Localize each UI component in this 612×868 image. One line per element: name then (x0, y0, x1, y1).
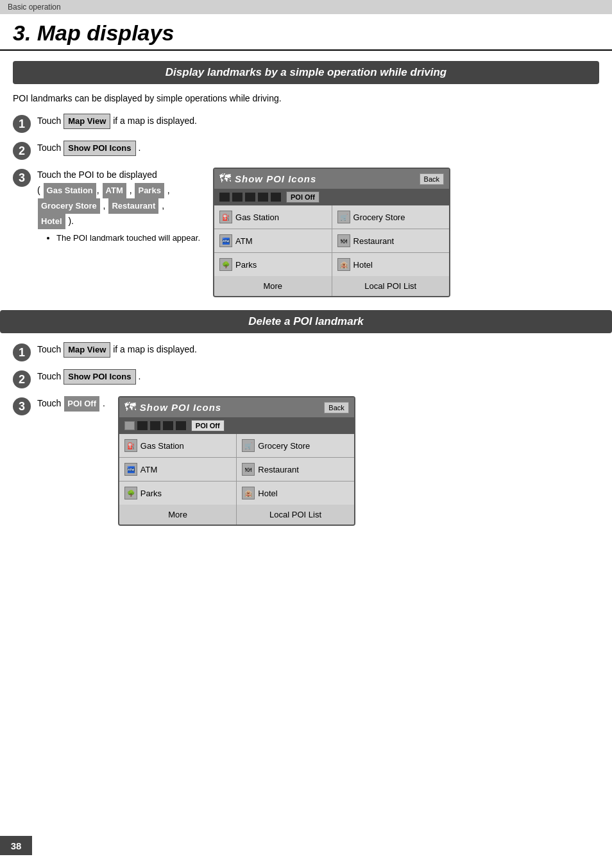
cell-label-gas-1: Gas Station (235, 213, 279, 222)
step3-bullet: The POI landmark touched will appear. (56, 233, 200, 243)
show-poi-btn-1[interactable]: Show POI Icons (64, 141, 135, 156)
step3-bullet-item: The POI landmark touched will appear. (56, 233, 200, 243)
cell-atm-1[interactable]: 🏧 ATM (214, 229, 332, 252)
cell-label-hotel-1: Hotel (353, 260, 373, 270)
step1-text: Touch Map View if a map is displayed. (37, 114, 599, 129)
step3-main-text: Touch the POI to be displayed ( Gas Stat… (37, 168, 200, 229)
step1-badge: 1 (13, 115, 31, 133)
poi-atm[interactable]: ATM (103, 183, 126, 198)
cell-label-hotel-2: Hotel (258, 489, 277, 498)
cell-gas-station-1[interactable]: ⛽ Gas Station (214, 205, 332, 229)
step3-description: Touch the POI to be displayed ( Gas Stat… (37, 168, 200, 243)
sec2-step1-badge: 1 (13, 343, 31, 361)
cell-icon-restaurant-1: 🍽 (337, 234, 350, 247)
cell-parks-2[interactable]: 🌳 Parks (119, 482, 237, 505)
poi-off-inactive-1[interactable]: POI Off (286, 191, 319, 203)
screen-indicator-row-2: POI Off (119, 417, 354, 434)
cell-parks-1[interactable]: 🌳 Parks (214, 253, 332, 276)
cell-icon-gas-1: ⛽ (219, 211, 232, 223)
local-poi-list-btn-2[interactable]: Local POI List (237, 505, 354, 525)
cell-icon-restaurant-2: 🍽 (242, 463, 255, 476)
cell-label-parks-2: Parks (140, 489, 162, 498)
map-view-btn-1[interactable]: Map View (64, 114, 110, 129)
sec2-step1-text: Touch Map View if a map is displayed. (37, 342, 599, 358)
screen-grid-2: ⛽ Gas Station 🛒 Grocery Store 🏧 ATM 🍽 Re… (119, 434, 354, 505)
sec2-step3-badge: 3 (13, 397, 31, 415)
top-bar: Basic operation (0, 0, 612, 14)
section2-banner: Delete a POI landmark (0, 310, 612, 333)
cell-label-grocery-1: Grocery Store (353, 213, 405, 222)
cell-label-atm-2: ATM (140, 465, 157, 474)
cell-atm-2[interactable]: 🏧 ATM (119, 458, 237, 481)
ind-2-1 (124, 421, 135, 430)
sec2-step2-row: 2 Touch Show POI Icons . (13, 369, 599, 388)
poi-off-label[interactable]: POI Off (64, 396, 99, 412)
ind-1-2 (232, 193, 242, 202)
screen-title-text-2: Show POI Icons (140, 402, 321, 413)
map-view-btn-2[interactable]: Map View (64, 342, 110, 358)
cell-gas-station-2[interactable]: ⛽ Gas Station (119, 434, 237, 457)
cell-restaurant-2[interactable]: 🍽 Restaurant (237, 458, 354, 481)
section1-banner: Display landmarks by a simple operation … (13, 61, 599, 84)
poi-hotel[interactable]: Hotel (38, 214, 65, 229)
cell-icon-atm-1: 🏧 (219, 234, 232, 247)
ind-2-5 (176, 421, 186, 430)
step3-layout: Touch the POI to be displayed ( Gas Stat… (37, 168, 450, 297)
screen-indicator-row-1: POI Off (214, 189, 449, 205)
cell-hotel-1[interactable]: 🏨 Hotel (332, 253, 450, 276)
cell-grocery-1[interactable]: 🛒 Grocery Store (332, 205, 450, 229)
page-title-section: 3. Map displays (0, 14, 612, 51)
screen-bottom-row-2: More Local POI List (119, 505, 354, 525)
screen-title-text-1: Show POI Icons (235, 173, 416, 184)
poi-grocery-store[interactable]: Grocery Store (38, 198, 100, 214)
section1-content: POI landmarks can be displayed by simple… (0, 93, 612, 297)
cell-grocery-2[interactable]: 🛒 Grocery Store (237, 434, 354, 457)
cell-icon-gas-2: ⛽ (124, 439, 137, 452)
cell-label-grocery-2: Grocery Store (258, 441, 310, 451)
poi-off-active-btn[interactable]: POI Off (191, 420, 225, 431)
cell-hotel-2[interactable]: 🏨 Hotel (237, 482, 354, 505)
cell-icon-parks-2: 🌳 (124, 487, 137, 499)
poi-gas-station[interactable]: Gas Station (44, 183, 96, 198)
sec2-step3-description: Touch POI Off . (37, 396, 105, 412)
section2-content: 1 Touch Map View if a map is displayed. … (0, 342, 612, 526)
screen-panel-2: 🗺 Show POI Icons Back POI Off ⛽ Gas Stat… (118, 396, 355, 526)
cell-icon-parks-1: 🌳 (219, 258, 232, 271)
cell-label-restaurant-1: Restaurant (353, 236, 395, 246)
more-btn-1[interactable]: More (214, 276, 332, 296)
poi-restaurant[interactable]: Restaurant (108, 198, 158, 214)
cell-icon-grocery-1: 🛒 (337, 211, 350, 223)
local-poi-list-btn-1[interactable]: Local POI List (332, 276, 450, 296)
poi-parks[interactable]: Parks (135, 183, 164, 198)
screen-title-bar-1: 🗺 Show POI Icons Back (214, 169, 449, 189)
ind-1-3 (245, 193, 255, 202)
ind-1-1 (219, 193, 230, 202)
ind-2-2 (137, 421, 148, 430)
sec2-step2-text: Touch Show POI Icons . (37, 369, 599, 385)
screen-back-btn-2[interactable]: Back (324, 402, 348, 413)
cell-icon-hotel-1: 🏨 (337, 258, 350, 271)
step1-row: 1 Touch Map View if a map is displayed. (13, 114, 599, 133)
screen-back-btn-1[interactable]: Back (420, 173, 444, 185)
show-poi-btn-2[interactable]: Show POI Icons (64, 369, 135, 385)
screen-icon-1: 🗺 (219, 172, 231, 186)
cell-icon-atm-2: 🏧 (124, 463, 137, 476)
cell-label-gas-2: Gas Station (140, 441, 184, 451)
screen-grid-1: ⛽ Gas Station 🛒 Grocery Store 🏧 ATM 🍽 Re… (214, 205, 449, 276)
cell-icon-hotel-2: 🏨 (242, 487, 255, 499)
top-bar-label: Basic operation (8, 3, 61, 12)
sec2-step2-badge: 2 (13, 370, 31, 388)
sec2-step1-row: 1 Touch Map View if a map is displayed. (13, 342, 599, 361)
step2-text: Touch Show POI Icons . (37, 141, 599, 156)
intro-text: POI landmarks can be displayed by simple… (13, 93, 599, 103)
page-title: 3. Map displays (13, 21, 599, 46)
screen-icon-2: 🗺 (124, 401, 136, 414)
cell-label-parks-1: Parks (235, 260, 257, 270)
cell-label-restaurant-2: Restaurant (258, 465, 299, 474)
cell-restaurant-1[interactable]: 🍽 Restaurant (332, 229, 450, 252)
screen-title-bar-2: 🗺 Show POI Icons Back (119, 397, 354, 417)
more-btn-2[interactable]: More (119, 505, 237, 525)
cell-label-atm-1: ATM (235, 236, 252, 246)
sec2-step3-row: 3 Touch POI Off . 🗺 Show POI Icons Back (13, 396, 599, 526)
sec2-step3-main-text: Touch POI Off . (37, 396, 105, 412)
